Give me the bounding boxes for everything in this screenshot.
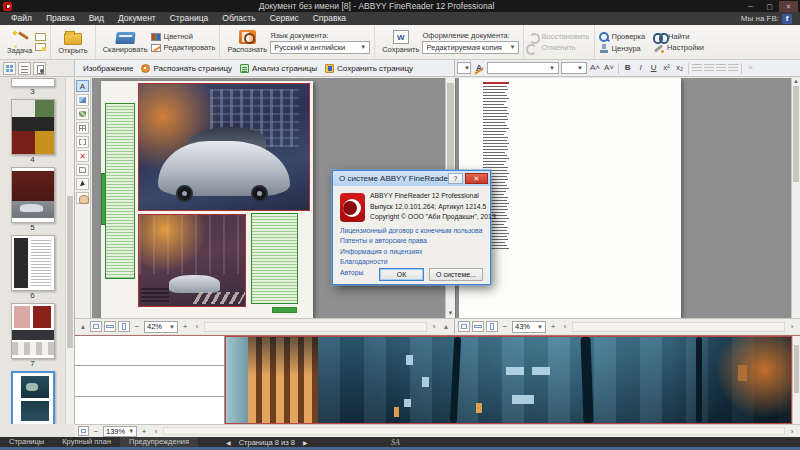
undo-button[interactable]: Отменить <box>528 43 589 52</box>
analyze-page-button[interactable]: Анализ страницы <box>240 64 317 73</box>
tab-closeup[interactable]: Крупный план <box>53 437 120 447</box>
closeup-scrollbar[interactable] <box>792 336 800 424</box>
add-page-icon[interactable] <box>35 43 46 51</box>
text-region-small[interactable] <box>272 307 297 313</box>
scan-button[interactable]: Сканировать <box>100 30 151 54</box>
delete-region-tool[interactable]: ✕ <box>76 150 89 162</box>
dialog-title-bar[interactable]: О системе ABBYY FineReader ? ✕ <box>333 171 490 186</box>
help-icon[interactable]: ? <box>448 173 463 184</box>
zoom-in-button[interactable]: + <box>548 322 558 331</box>
text-region-tool[interactable]: A <box>76 80 89 92</box>
toolbar-overflow-button[interactable]: » <box>745 62 756 74</box>
font-smaller-button[interactable]: A˅ <box>603 62 615 74</box>
find-button[interactable]: Найти <box>653 32 704 41</box>
table-region-tool[interactable] <box>76 122 89 134</box>
italic-button[interactable]: I <box>635 62 646 74</box>
pan-tool[interactable] <box>76 192 89 204</box>
align-left-icon[interactable] <box>692 64 702 73</box>
layout-select[interactable]: Редактируемая копия ▼ <box>422 41 519 54</box>
page-thumbnail-7[interactable]: 7 <box>11 303 55 369</box>
menu-help[interactable]: Справка <box>306 12 353 25</box>
ok-button[interactable]: ОК <box>379 268 424 281</box>
select-tool[interactable] <box>76 178 89 190</box>
maximize-icon[interactable]: ▢ <box>760 1 779 12</box>
minimize-icon[interactable]: ─ <box>741 1 760 12</box>
menu-page[interactable]: Страница <box>163 12 216 25</box>
fit-page-button[interactable] <box>90 321 102 332</box>
closeup-horizontal-scrollbar[interactable] <box>163 427 785 435</box>
recognize-button[interactable]: Распознать <box>224 30 270 54</box>
subscript-button[interactable]: x₂ <box>674 62 685 74</box>
image-region-car-photo[interactable] <box>138 83 310 211</box>
patents-link[interactable]: Патенты и авторские права <box>340 237 483 244</box>
acknowledgements-link[interactable]: Благодарности <box>340 258 483 265</box>
image-region-street-photo[interactable] <box>138 214 246 307</box>
font-select[interactable]: ▼ <box>487 62 559 74</box>
closeup-zoom-select[interactable]: 139% ▼ <box>103 426 137 437</box>
edit-image-button[interactable]: Редактировать <box>151 43 216 52</box>
text-vertical-scrollbar[interactable]: ▲ <box>791 78 800 318</box>
page-properties-button[interactable] <box>33 62 46 75</box>
scroll-right-icon[interactable]: › <box>787 322 797 331</box>
bold-button[interactable]: B <box>622 62 633 74</box>
scroll-left-icon[interactable]: ‹ <box>151 427 161 436</box>
page-thumbnail-8-selected[interactable]: 8 <box>11 371 55 424</box>
censor-button[interactable]: Цензура <box>599 44 646 53</box>
dialog-close-icon[interactable]: ✕ <box>465 173 488 184</box>
superscript-button[interactable]: x² <box>661 62 672 74</box>
detail-view-button[interactable] <box>18 62 31 75</box>
scroll-right-icon[interactable]: › <box>429 322 439 331</box>
text-region[interactable] <box>105 103 135 279</box>
recognize-page-button[interactable]: Распознать страницу <box>141 64 232 73</box>
text-horizontal-scrollbar[interactable] <box>572 322 785 332</box>
next-page-icon[interactable]: ▶ <box>303 439 308 446</box>
adjust-region-tool[interactable] <box>76 164 89 176</box>
page-thumbnail-4[interactable]: 4 <box>11 99 55 165</box>
sidebar-scrollbar[interactable] <box>65 78 74 424</box>
image-region-tool[interactable] <box>76 94 89 106</box>
previous-page-icon[interactable]: ◀ <box>226 439 231 446</box>
align-right-icon[interactable] <box>716 64 726 73</box>
align-justify-icon[interactable] <box>728 64 738 73</box>
collapse-icon[interactable]: ▲ <box>441 323 451 330</box>
fit-width-button[interactable] <box>104 321 116 332</box>
recognition-area-tool[interactable] <box>76 136 89 148</box>
fit-height-button[interactable] <box>486 321 498 332</box>
language-select[interactable]: Русский и английски ▼ <box>270 41 370 54</box>
style-select[interactable]: ▼ <box>457 62 471 74</box>
menu-area[interactable]: Область <box>215 12 262 25</box>
image-zoom-select[interactable]: 42% ▼ <box>144 321 178 333</box>
font-size-select[interactable]: ▼ <box>561 62 587 74</box>
menu-file[interactable]: Файл <box>4 12 39 25</box>
collapse-icon[interactable]: ▲ <box>78 323 88 330</box>
menu-tools[interactable]: Сервис <box>263 12 306 25</box>
closeup-photo[interactable] <box>225 336 792 424</box>
fit-selection-button[interactable] <box>78 426 89 436</box>
zoom-out-button[interactable]: − <box>132 322 142 331</box>
menu-edit[interactable]: Правка <box>39 12 82 25</box>
scroll-up-icon[interactable]: ▲ <box>792 78 800 86</box>
color-button[interactable]: Цветной <box>151 32 216 41</box>
background-region-tool[interactable] <box>76 108 89 120</box>
text-region[interactable] <box>251 213 298 304</box>
about-system-button[interactable]: О системе... <box>429 268 483 281</box>
underline-button[interactable]: U <box>648 62 659 74</box>
thumbnail-view-button[interactable] <box>3 62 16 75</box>
fit-page-button[interactable] <box>458 321 470 332</box>
task-button[interactable]: Задача <box>4 30 35 55</box>
menu-document[interactable]: Документ <box>111 12 163 25</box>
scroll-left-icon[interactable]: ‹ <box>192 322 202 331</box>
settings-button[interactable]: Настройки <box>653 43 704 53</box>
license-info-link[interactable]: Информация о лицензиях <box>340 248 483 255</box>
restore-button[interactable]: Восстановить <box>528 32 589 41</box>
page-thumbnail-5[interactable]: 5 <box>11 167 55 233</box>
align-center-icon[interactable] <box>704 64 714 73</box>
font-bigger-button[interactable]: A˄ <box>589 62 601 74</box>
new-page-icon[interactable] <box>35 33 46 41</box>
zoom-out-button[interactable]: − <box>500 322 510 331</box>
text-canvas[interactable]: ▲ <box>455 78 800 318</box>
save-button[interactable]: W Сохранить <box>379 30 422 54</box>
page-thumbnail-6[interactable]: 6 <box>11 235 55 301</box>
license-agreement-link[interactable]: Лицензионный договор с конечным пользова… <box>340 227 483 234</box>
tab-warnings[interactable]: Предупреждения <box>120 437 198 447</box>
